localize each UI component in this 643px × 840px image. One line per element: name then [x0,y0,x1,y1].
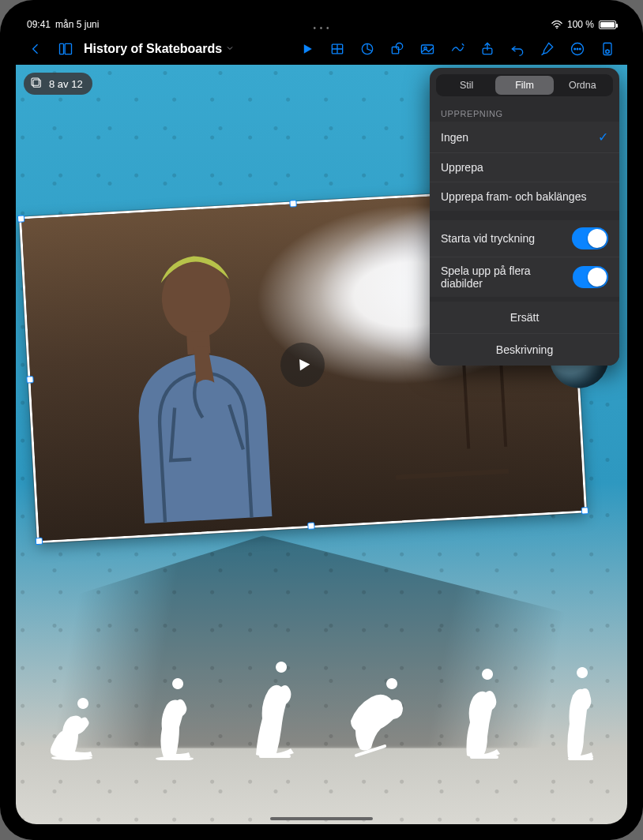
slide-counter-text: 8 av 12 [49,78,83,90]
option-label: Upprepa fram- och baklänges [441,190,586,203]
svg-rect-24 [568,757,593,760]
toggle-row-play-across-slides: Spela upp på flera diabilder [430,257,619,297]
description-button[interactable]: Beskrivning [430,333,619,366]
svg-point-19 [51,756,92,760]
back-button[interactable] [22,36,49,62]
selection-handle[interactable] [17,216,24,223]
svg-rect-29 [32,78,39,85]
toggle-row-start-on-tap: Starta vid tryckning [430,220,619,257]
section-label-repeat: UPPREPNING [430,103,619,122]
tab-film[interactable]: Film [495,76,553,95]
wifi-icon [551,21,562,28]
slide-canvas[interactable]: 8 av 12 Stil Film Ordna UPPREPNING Ingen… [16,65,627,824]
status-time: 09:41 [27,19,51,30]
svg-rect-21 [259,755,291,758]
toolbar: History of Skateboards [16,33,627,65]
share-button[interactable] [474,36,501,62]
tab-arrange[interactable]: Ordna [554,76,611,95]
status-date: mån 5 juni [55,19,99,30]
option-label: Upprepa [441,161,483,174]
document-title-text: History of Skateboards [84,42,222,56]
svg-point-15 [577,48,578,50]
checkmark-icon: ✓ [598,129,608,144]
option-label: Ingen [441,131,468,144]
selection-handle[interactable] [36,538,43,545]
toggle-label: Spela upp på flera diabilder [441,264,573,290]
insert-drawing-button[interactable] [444,36,471,62]
document-options-button[interactable] [594,36,621,62]
selection-handle[interactable] [290,200,297,207]
selection-handle[interactable] [581,507,588,514]
screen: 09:41 mån 5 juni • • • 100 % History of … [16,16,627,824]
slide-counter-pill[interactable]: 8 av 12 [24,73,92,95]
option-repeat-loop[interactable]: Upprepa [430,152,619,182]
option-repeat-bounce[interactable]: Upprepa fram- och baklänges [430,182,619,211]
svg-rect-28 [33,80,40,87]
home-indicator[interactable] [270,817,373,820]
battery-icon [599,21,616,29]
insert-chart-button[interactable] [354,36,381,62]
toggle-label: Starta vid tryckning [441,232,535,245]
svg-rect-1 [60,43,64,54]
undo-button[interactable] [504,36,531,62]
document-title[interactable]: History of Skateboards [84,42,235,56]
status-bar: 09:41 mån 5 juni • • • 100 % [16,16,627,33]
insert-shape-button[interactable] [384,36,411,62]
selection-handle[interactable] [27,376,34,383]
insert-media-button[interactable] [414,36,441,62]
tab-style[interactable]: Stil [438,76,495,95]
svg-marker-3 [304,44,312,54]
svg-point-16 [580,48,581,50]
skater-sequence-graphic [40,596,603,763]
insert-table-button[interactable] [324,36,351,62]
format-popover: Stil Film Ordna UPPREPNING Ingen ✓ Uppre… [430,68,619,366]
svg-rect-23 [470,756,498,759]
chevron-down-icon [225,42,235,56]
popover-segmented-control: Stil Film Ordna [436,74,613,96]
svg-point-0 [556,28,558,29]
multitask-indicator-icon[interactable]: • • • [313,24,329,32]
format-paintbrush-button[interactable] [534,36,561,62]
slides-icon [30,77,43,92]
replace-button[interactable]: Ersätt [430,302,619,333]
svg-rect-8 [392,47,398,54]
slide-navigator-button[interactable] [52,36,79,62]
ipad-device-frame: 09:41 mån 5 juni • • • 100 % History of … [0,0,643,840]
svg-point-9 [396,43,402,50]
battery-percent: 100 % [567,19,594,30]
svg-marker-27 [299,358,310,370]
svg-rect-2 [65,43,71,54]
option-repeat-none[interactable]: Ingen ✓ [430,122,619,152]
svg-point-14 [574,48,576,50]
play-presentation-button[interactable] [294,36,321,62]
toggle-play-across-slides[interactable] [573,266,608,288]
more-button[interactable] [564,36,591,62]
toggle-start-on-tap[interactable] [572,227,608,249]
selection-handle[interactable] [308,522,315,529]
